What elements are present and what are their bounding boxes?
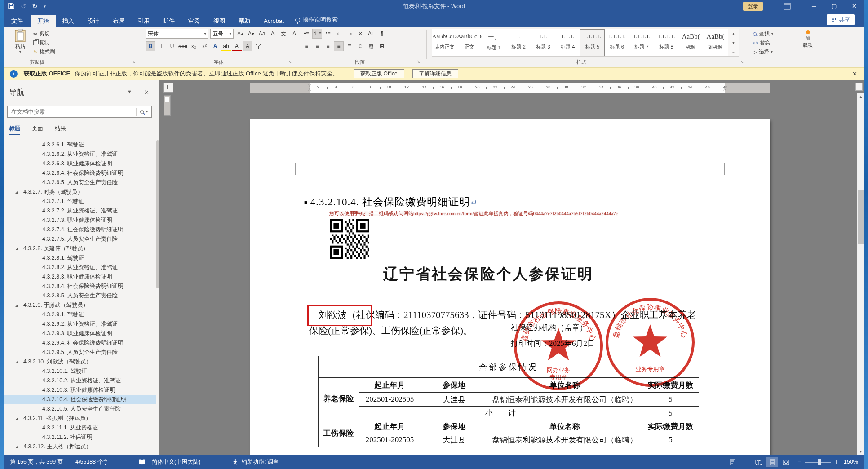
nav-pane-close-icon[interactable]: ✕ (144, 89, 149, 96)
style-副标题[interactable]: AaBb(副标题 (703, 29, 728, 56)
nav-heading-item[interactable]: ◢4.3.2.12. 王天格（押运员） (4, 442, 156, 451)
style-标题1[interactable]: 一、标题 1 (482, 29, 506, 56)
word-count[interactable]: 4/56188 个字 (75, 455, 109, 469)
find-button[interactable]: 查找▾ (753, 31, 773, 37)
grow-font-button[interactable]: A▴ (235, 29, 245, 39)
ribbon-tab-帮助[interactable]: 帮助 (232, 15, 257, 27)
nav-tab-结果[interactable]: 结果 (55, 125, 66, 135)
save-icon[interactable] (8, 3, 14, 10)
nav-heading-item[interactable]: 4.3.2.6.4. 社会保险缴费明细证明 (4, 168, 156, 178)
nav-tab-页面[interactable]: 页面 (32, 125, 43, 135)
nav-heading-item[interactable]: 4.3.2.6.5. 人员安全生产责任险 (4, 178, 156, 187)
nav-heading-item[interactable]: 4.3.2.8.1. 驾驶证 (4, 253, 156, 263)
proofing-icon[interactable] (138, 459, 146, 466)
font-dialog-launcher[interactable]: ↘ (288, 59, 292, 64)
nav-heading-item[interactable]: 4.3.2.8.4. 社会保险缴费明细证明 (4, 282, 156, 291)
copy-button[interactable]: 复制 (33, 40, 49, 46)
style-标题6[interactable]: 1.1.1.1.标题 6 (605, 29, 629, 56)
enclose-characters-button[interactable]: 字 (253, 41, 263, 51)
nav-heading-item[interactable]: 4.3.2.9.4. 社会保险缴费明细证明 (4, 338, 156, 348)
license-bar-close-icon[interactable]: ✕ (852, 71, 857, 77)
macro-icon[interactable] (730, 459, 736, 467)
ribbon-tab-file[interactable]: 文件 (4, 15, 31, 27)
font-family-combo[interactable]: 宋体▾ (146, 29, 208, 39)
sort-button[interactable]: A↓ (366, 29, 376, 39)
numbering-button[interactable]: ⒈≡ (312, 29, 322, 39)
document-scrollbar[interactable]: ▲ ▼ (857, 93, 864, 455)
style-标题2[interactable]: 1.标题 2 (506, 29, 531, 56)
style-标题8[interactable]: 1.1.1.1.标题 8 (654, 29, 679, 56)
nav-heading-item[interactable]: 4.3.2.10.1. 驾驶证 (4, 367, 156, 376)
replace-button[interactable]: ab替换 (753, 40, 770, 46)
zoom-level[interactable]: 150% (844, 455, 858, 469)
asian-layout-button[interactable]: ✕ (355, 29, 365, 39)
paste-button[interactable]: 粘贴 ▾ (10, 29, 31, 54)
style-标题3[interactable]: 1.1.标题 3 (531, 29, 556, 56)
page-indicator[interactable]: 第 156 页，共 399 页 (10, 455, 63, 469)
document-page[interactable]: ■4.3.2.10.4. 社会保险缴费明细证明↵ 您可以使用手机扫描二维码或访问… (250, 119, 770, 455)
clear-formatting-button[interactable]: A (268, 29, 278, 39)
decrease-indent-button[interactable]: ⇤ (334, 29, 344, 39)
add-ins-button[interactable]: 加 载项 (795, 30, 820, 49)
ribbon-display-options-icon[interactable] (784, 3, 791, 10)
nav-heading-item[interactable]: 4.3.2.9.5. 人员安全生产责任险 (4, 348, 156, 357)
nav-heading-item[interactable]: 4.3.2.8.2. 从业资格证、准驾证 (4, 263, 156, 272)
font-color-button[interactable]: A (232, 41, 242, 51)
phonetic-guide-button[interactable]: 文 (279, 29, 288, 39)
ribbon-tab-引用[interactable]: 引用 (131, 15, 156, 27)
style-标题4[interactable]: 1.1.1.标题 4 (555, 29, 580, 56)
nav-heading-item[interactable]: ◢4.3.2.7. 时宾（驾驶员） (4, 187, 156, 197)
shrink-font-button[interactable]: A▾ (246, 29, 256, 39)
undo-icon[interactable]: ↺ (21, 3, 26, 10)
nav-heading-item[interactable]: 4.3.2.11.2. 社保证明 (4, 433, 156, 442)
cut-button[interactable]: ✂剪切 (33, 31, 50, 37)
nav-heading-item[interactable]: 4.3.2.10.4. 社会保险缴费明细证明 (4, 395, 156, 404)
ribbon-tab-设计[interactable]: 设计 (81, 15, 106, 27)
document-search-input[interactable]: 在文档中搜索 ▾ (7, 106, 152, 118)
styles-dialog-launcher[interactable]: ↘ (740, 59, 744, 64)
nav-heading-item[interactable]: 4.3.2.7.5. 人员安全生产责任险 (4, 234, 156, 244)
ribbon-tab-Acrobat[interactable]: Acrobat (257, 15, 291, 27)
borders-button[interactable]: ⊞ (377, 41, 387, 51)
increase-indent-button[interactable]: ⇥ (345, 29, 354, 39)
ribbon-tab-插入[interactable]: 插入 (56, 15, 81, 27)
collapse-triangle-icon[interactable]: ◢ (15, 357, 18, 367)
ribbon-tab-邮件[interactable]: 邮件 (156, 15, 182, 27)
nav-heading-item[interactable]: 4.3.2.6.1. 驾驶证 (4, 140, 156, 150)
change-case-button[interactable]: Aa (257, 29, 267, 39)
nav-heading-item[interactable]: ◢4.3.2.8. 吴建伟（驾驶员） (4, 244, 156, 253)
ribbon-tab-视图[interactable]: 视图 (207, 15, 232, 27)
nav-heading-item[interactable]: 4.3.2.10.2. 从业资格证、准驾证 (4, 376, 156, 385)
align-right-button[interactable]: ≡ (323, 41, 333, 51)
learn-more-button[interactable]: 了解详细信息 (412, 69, 458, 78)
ribbon-tab-布局[interactable]: 布局 (106, 15, 131, 27)
nav-tab-标题[interactable]: 标题 (9, 125, 20, 135)
text-effects-button[interactable]: A (210, 41, 220, 51)
nav-heading-item[interactable]: 4.3.2.9.3. 职业健康体检证明 (4, 329, 156, 338)
multilevel-list-button[interactable]: ⁝≡ (323, 29, 333, 39)
style-正文[interactable]: AaBbCcDdE正文 (457, 29, 482, 56)
underline-button[interactable]: U (167, 41, 177, 51)
print-layout-icon[interactable] (766, 457, 778, 467)
nav-heading-item[interactable]: 4.3.2.9.1. 驾驶证 (4, 310, 156, 319)
nav-heading-item[interactable]: 4.3.2.7.2. 从业资格证、准驾证 (4, 206, 156, 216)
distribute-button[interactable]: ≣ (345, 41, 354, 51)
bold-button[interactable]: B (146, 41, 155, 51)
show-marks-button[interactable]: ¶ (377, 29, 387, 39)
nav-heading-item[interactable]: 4.3.2.10.5. 人员安全生产责任险 (4, 404, 156, 414)
strikethrough-button[interactable]: abc (178, 41, 188, 51)
select-button[interactable]: ▷选择▾ (753, 49, 773, 55)
paragraph-dialog-launcher[interactable]: ↘ (417, 59, 421, 64)
styles-gallery-scroll[interactable]: ▲▼≡ (728, 29, 739, 57)
nav-heading-item[interactable]: ◢4.3.2.10. 刘欲波（驾驶员） (4, 357, 156, 367)
read-mode-icon[interactable] (753, 457, 765, 467)
left-indent-marker[interactable]: △ (308, 88, 311, 92)
collapse-triangle-icon[interactable]: ◢ (15, 244, 18, 253)
format-painter-button[interactable]: ✎格式刷 (33, 49, 55, 55)
collapse-triangle-icon[interactable]: ◢ (15, 414, 18, 423)
justify-button[interactable]: ≡ (334, 41, 344, 51)
collapse-triangle-icon[interactable]: ◢ (15, 442, 18, 451)
nav-heading-item[interactable]: 4.3.2.6.3. 职业健康体检证明 (4, 159, 156, 168)
nav-heading-item[interactable]: ◢4.3.2.11. 张振刚（押运员） (4, 414, 156, 423)
nav-heading-item[interactable]: 4.3.2.7.1. 驾驶证 (4, 197, 156, 206)
